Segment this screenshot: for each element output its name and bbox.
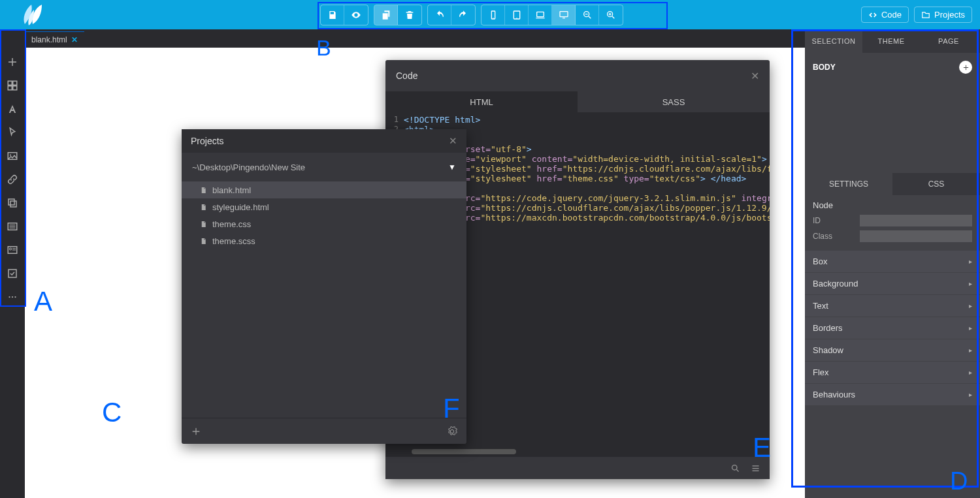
check-icon[interactable] xyxy=(0,262,25,285)
projects-button[interactable]: Projects xyxy=(914,7,972,23)
svg-point-9 xyxy=(10,154,11,155)
phone-icon[interactable] xyxy=(482,5,505,25)
code-panel-title: Code xyxy=(396,70,417,81)
accordion-background[interactable]: Background▸ xyxy=(805,273,980,294)
annotation-e: E xyxy=(753,432,771,463)
code-button[interactable]: Code xyxy=(861,7,909,23)
svg-point-15 xyxy=(12,296,13,298)
toolbar-center xyxy=(320,5,623,25)
id-input[interactable] xyxy=(860,215,972,226)
annotation-d: D xyxy=(950,467,968,495)
desktop-icon[interactable] xyxy=(552,5,576,25)
close-tab-icon[interactable]: ✕ xyxy=(71,35,78,44)
tablet-icon[interactable] xyxy=(505,5,529,25)
accordion-flex[interactable]: Flex▸ xyxy=(805,362,980,383)
trash-icon[interactable] xyxy=(398,5,421,25)
add-project-icon[interactable] xyxy=(191,426,201,437)
topbar: Code Projects xyxy=(0,0,980,29)
code-button-label: Code xyxy=(881,10,902,20)
inspector-tab-theme[interactable]: THEME xyxy=(862,29,920,53)
subtab-css[interactable]: CSS xyxy=(892,173,980,195)
code-tab-sass[interactable]: SASS xyxy=(578,91,770,112)
project-file[interactable]: blank.html xyxy=(182,181,466,198)
node-label: Node xyxy=(805,195,980,213)
code-tab-html[interactable]: HTML xyxy=(385,91,578,112)
project-file[interactable]: styleguide.html xyxy=(182,198,466,215)
search-code-icon[interactable] xyxy=(730,463,740,473)
menu-icon[interactable] xyxy=(751,463,760,473)
svg-rect-5 xyxy=(560,11,568,16)
project-files-list: blank.htmlstyleguide.htmltheme.csstheme.… xyxy=(182,181,466,418)
accordion-text[interactable]: Text▸ xyxy=(805,295,980,317)
class-input[interactable] xyxy=(860,230,972,242)
accordion-shadow[interactable]: Shadow▸ xyxy=(805,339,980,361)
id-label: ID xyxy=(813,216,852,225)
layers-icon[interactable] xyxy=(0,191,25,215)
project-path-dropdown[interactable]: ~\Desktop\Pingendo\New Site ▼ xyxy=(182,153,466,181)
image-icon[interactable] xyxy=(0,144,25,168)
svg-point-17 xyxy=(732,465,738,470)
projects-title: Projects xyxy=(191,136,224,146)
redo-icon[interactable] xyxy=(451,5,475,25)
card-icon[interactable] xyxy=(0,238,25,262)
preview-icon[interactable] xyxy=(344,5,368,25)
svg-point-12 xyxy=(10,248,12,250)
body-label: BODY xyxy=(813,63,836,72)
app-logo xyxy=(0,0,65,29)
svg-point-14 xyxy=(8,296,10,298)
inspector-tab-page[interactable]: PAGE xyxy=(920,29,977,53)
chevron-down-icon: ▼ xyxy=(448,163,456,172)
list-icon[interactable] xyxy=(0,215,25,238)
file-tab-label: blank.html xyxy=(31,35,67,44)
svg-point-1 xyxy=(493,18,493,18)
grid-icon[interactable] xyxy=(0,74,25,97)
annotation-b: B xyxy=(316,35,331,61)
project-path-label: ~\Desktop\Pingendo\New Site xyxy=(192,163,305,172)
accordion-box[interactable]: Box▸ xyxy=(805,251,980,272)
undo-icon[interactable] xyxy=(428,5,451,25)
more-icon[interactable] xyxy=(0,285,25,309)
horizontal-scrollbar[interactable] xyxy=(412,449,516,454)
svg-rect-13 xyxy=(8,270,16,277)
projects-close-icon[interactable]: ✕ xyxy=(449,135,457,147)
svg-point-16 xyxy=(14,296,16,298)
inspector-panel: SELECTION THEME PAGE BODY SETTINGS CSS N… xyxy=(805,29,980,498)
settings-gear-icon[interactable] xyxy=(447,426,457,437)
add-element-button[interactable] xyxy=(959,61,972,74)
file-tab[interactable]: blank.html ✕ xyxy=(25,31,84,48)
copy-icon[interactable] xyxy=(374,5,398,25)
annotation-a: A xyxy=(34,286,52,317)
projects-panel: Projects ✕ ~\Desktop\Pingendo\New Site ▼… xyxy=(182,129,466,444)
zoom-in-icon[interactable] xyxy=(599,5,623,25)
inspector-tab-selection[interactable]: SELECTION xyxy=(805,29,862,53)
projects-button-label: Projects xyxy=(934,10,965,20)
svg-rect-4 xyxy=(536,12,544,16)
annotation-f: F xyxy=(443,393,460,424)
class-label: Class xyxy=(813,232,852,241)
add-icon[interactable] xyxy=(0,50,25,74)
accordion-borders[interactable]: Borders▸ xyxy=(805,317,980,339)
pointer-icon[interactable] xyxy=(0,121,25,144)
code-panel-close-icon[interactable]: ✕ xyxy=(751,70,759,82)
project-file[interactable]: theme.css xyxy=(182,215,466,232)
text-icon[interactable] xyxy=(0,97,25,121)
save-icon[interactable] xyxy=(321,5,344,25)
left-toolbar xyxy=(0,48,25,498)
svg-point-3 xyxy=(516,18,517,18)
subtab-settings[interactable]: SETTINGS xyxy=(805,173,892,195)
tabbar: blank.html ✕ xyxy=(25,29,84,48)
link-icon[interactable] xyxy=(0,168,25,191)
accordion-behaviours[interactable]: Behaviours▸ xyxy=(805,384,980,405)
laptop-icon[interactable] xyxy=(529,5,552,25)
zoom-out-icon[interactable] xyxy=(576,5,599,25)
project-file[interactable]: theme.scss xyxy=(182,232,466,249)
annotation-c: C xyxy=(102,397,122,428)
